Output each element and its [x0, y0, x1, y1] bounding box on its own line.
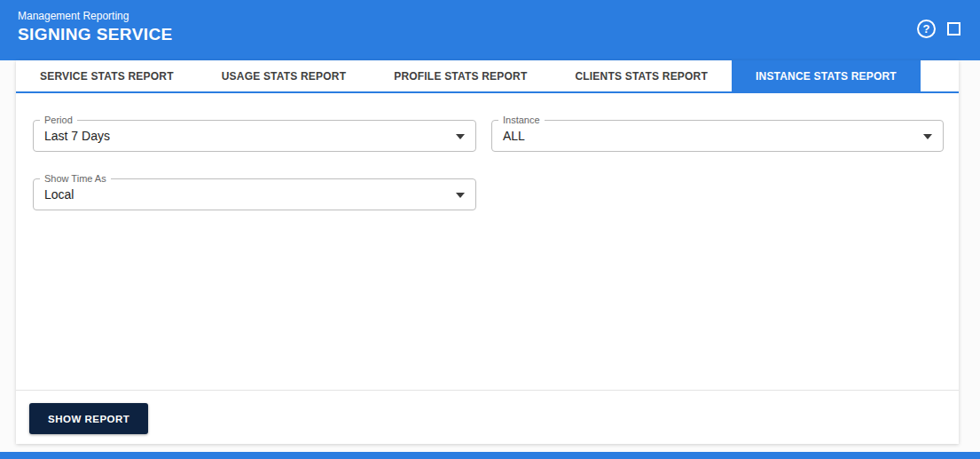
period-select[interactable]: Period Last 7 Days	[33, 120, 476, 152]
dropdown-arrow-icon	[456, 193, 465, 198]
app-header-icons: ?	[917, 20, 960, 38]
dropdown-arrow-icon	[923, 134, 932, 139]
tab-clients-stats-report[interactable]: CLIENTS STATS REPORT	[551, 60, 732, 91]
show-time-as-select[interactable]: Show Time As Local	[33, 178, 476, 210]
app-header-titles: Management Reporting SIGNING SERVICE	[18, 10, 173, 44]
help-icon-glyph: ?	[923, 22, 930, 36]
help-icon[interactable]: ?	[917, 20, 936, 38]
app-header: Management Reporting SIGNING SERVICE ?	[0, 0, 980, 60]
period-value: Last 7 Days	[44, 129, 110, 143]
tab-bar: SERVICE STATS REPORT USAGE STATS REPORT …	[16, 60, 959, 93]
tab-usage-stats-report[interactable]: USAGE STATS REPORT	[198, 60, 371, 91]
instance-value: ALL	[503, 129, 525, 143]
tab-instance-stats-report[interactable]: INSTANCE STATS REPORT	[732, 60, 921, 91]
form-row-1: Period Last 7 Days Instance ALL	[33, 120, 944, 152]
app-subtitle: Management Reporting	[18, 10, 173, 22]
report-card: SERVICE STATS REPORT USAGE STATS REPORT …	[16, 60, 959, 444]
bottom-strip	[0, 452, 980, 459]
app-title: SIGNING SERVICE	[18, 25, 173, 44]
report-form: Period Last 7 Days Instance ALL Show Tim…	[16, 93, 959, 390]
instance-select[interactable]: Instance ALL	[491, 120, 944, 152]
dropdown-arrow-icon	[456, 134, 465, 139]
form-row-2: Show Time As Local	[33, 178, 944, 210]
period-label: Period	[40, 114, 77, 126]
show-time-as-value: Local	[44, 187, 74, 202]
actions-bar: SHOW REPORT	[16, 391, 959, 444]
instance-label: Instance	[498, 114, 545, 126]
tab-service-stats-report[interactable]: SERVICE STATS REPORT	[16, 60, 198, 91]
window-icon[interactable]	[947, 22, 960, 36]
show-report-button[interactable]: SHOW REPORT	[29, 403, 148, 434]
tab-profile-stats-report[interactable]: PROFILE STATS REPORT	[370, 60, 551, 91]
show-time-as-label: Show Time As	[40, 172, 111, 185]
